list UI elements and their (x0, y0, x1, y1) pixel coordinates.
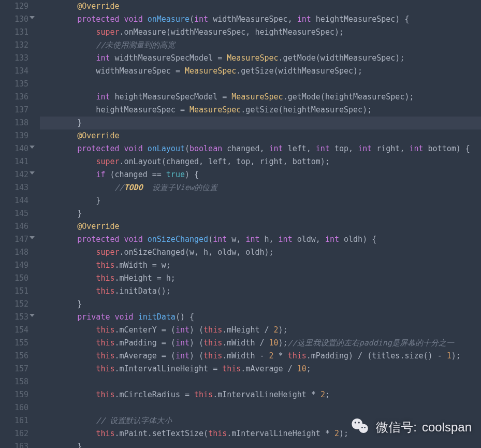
code-line[interactable]: if (changed == true) { (40, 168, 481, 181)
code-line[interactable]: protected void onMeasure(int widthMeasur… (40, 13, 481, 26)
line-number[interactable]: 142 (0, 168, 28, 181)
code-line[interactable]: super.onMeasure(widthMeasureSpec, height… (40, 26, 481, 39)
line-number[interactable]: 160 (0, 401, 28, 414)
line-number[interactable]: 147 (0, 233, 28, 246)
code-line[interactable]: this.mAverage = (int) (this.mWidth - 2 *… (40, 350, 481, 363)
code-line[interactable]: this.mPadding = (int) (this.mWidth / 10)… (40, 337, 481, 350)
line-number[interactable]: 159 (0, 388, 28, 401)
token-pn: .mIntervalLineHeight * (227, 429, 334, 438)
token-pn: (changed == (105, 170, 166, 179)
code-line[interactable]: } (40, 194, 481, 207)
token-pn (134, 312, 138, 322)
line-number[interactable]: 145 (0, 207, 28, 220)
code-line[interactable]: protected void onLayout(boolean changed,… (40, 142, 481, 155)
token-kw: void (124, 235, 143, 244)
line-number[interactable]: 155 (0, 337, 28, 350)
token-pn: .onLayout(changed, left, top, right, bot… (120, 157, 330, 166)
line-number[interactable]: 129 (0, 0, 28, 13)
line-number[interactable]: 150 (0, 272, 28, 285)
code-line[interactable]: this.mWidth = w; (40, 259, 481, 272)
svg-point-1 (359, 424, 369, 433)
line-number[interactable]: 132 (0, 39, 28, 52)
line-number[interactable]: 131 (0, 26, 28, 39)
code-line[interactable] (40, 78, 481, 91)
fold-icon[interactable] (30, 314, 35, 317)
line-number-gutter[interactable]: 1291301311321331341351361371381391401411… (0, 0, 31, 448)
fold-icon[interactable] (30, 146, 35, 149)
token-pn: h, (259, 235, 278, 244)
token-sup: super (96, 157, 119, 166)
code-line[interactable]: heightMeasureSpec = MeasureSpec.getSize(… (40, 104, 481, 117)
line-number[interactable]: 143 (0, 181, 28, 194)
line-number[interactable]: 140 (0, 142, 28, 155)
code-line[interactable]: private void initData() { (40, 311, 481, 324)
fold-icon[interactable] (30, 171, 35, 175)
code-line[interactable]: this.mCenterY = (int) (this.mHeight / 2)… (40, 324, 481, 337)
token-pn: .mIntervalLineHeight * (213, 390, 320, 399)
code-line[interactable] (40, 375, 481, 388)
code-line[interactable]: @Override (40, 220, 481, 233)
code-line[interactable]: } (40, 298, 481, 311)
code-line[interactable]: @Override (40, 129, 481, 142)
code-line[interactable]: } (40, 117, 481, 129)
fold-icon[interactable] (30, 236, 35, 239)
line-number[interactable]: 154 (0, 324, 28, 337)
line-number[interactable]: 139 (0, 129, 28, 142)
token-pn: left, (283, 144, 316, 153)
code-line[interactable]: super.onSizeChanged(w, h, oldw, oldh); (40, 246, 481, 259)
line-number[interactable]: 137 (0, 104, 28, 117)
line-number[interactable]: 146 (0, 220, 28, 233)
token-lit: true (166, 170, 185, 179)
code-line[interactable]: @Override (40, 0, 481, 13)
line-number[interactable]: 163 (0, 440, 28, 448)
line-number[interactable]: 157 (0, 363, 28, 375)
wechat-icon (349, 415, 371, 439)
token-todo: TODO (124, 183, 143, 192)
line-number[interactable]: 144 (0, 194, 28, 207)
code-line[interactable]: protected void onSizeChanged(int w, int … (40, 233, 481, 246)
line-number[interactable]: 153 (0, 311, 28, 324)
token-pn: widthMeasureSpec = (40, 66, 185, 76)
line-number[interactable]: 152 (0, 298, 28, 311)
line-number[interactable]: 130 (0, 13, 28, 26)
token-pn (120, 235, 124, 244)
code-area[interactable]: @Override protected void onMeasure(int w… (31, 0, 481, 448)
token-kw2: MeasureSpec (231, 92, 283, 102)
line-number[interactable]: 149 (0, 259, 28, 272)
line-number[interactable]: 135 (0, 78, 28, 91)
code-line[interactable]: //未使用测量到的高宽 (40, 39, 481, 52)
line-number[interactable]: 162 (0, 427, 28, 440)
code-line[interactable]: this.initData(); (40, 285, 481, 298)
code-line[interactable]: } (40, 207, 481, 220)
token-kw2: MeasureSpec (185, 66, 236, 76)
fold-icon[interactable] (30, 16, 35, 19)
line-number[interactable]: 148 (0, 246, 28, 259)
code-line[interactable]: super.onLayout(changed, left, top, right… (40, 155, 481, 168)
token-pn (40, 325, 96, 335)
line-number[interactable]: 161 (0, 414, 28, 427)
code-line[interactable]: int widthMeasureSpecModel = MeasureSpec.… (40, 52, 481, 65)
code-line[interactable]: int heightMeasureSpecModel = MeasureSpec… (40, 91, 481, 104)
line-number[interactable]: 136 (0, 91, 28, 104)
line-number[interactable]: 141 (0, 155, 28, 168)
line-number[interactable]: 138 (0, 117, 28, 129)
token-sup: this (96, 338, 114, 348)
token-pn: .getMode(heightMeasureSpec); (283, 92, 414, 102)
line-number[interactable]: 133 (0, 52, 28, 65)
token-sup: super (96, 27, 119, 37)
line-number[interactable]: 151 (0, 285, 28, 298)
code-line[interactable]: //TODO 设置子View的位置 (40, 181, 481, 194)
line-number[interactable]: 134 (0, 65, 28, 78)
line-number[interactable]: 156 (0, 350, 28, 363)
token-pn (120, 144, 124, 153)
code-line[interactable]: this.mHeight = h; (40, 272, 481, 285)
code-line[interactable]: this.mIntervalLineHeight = this.mAverage… (40, 363, 481, 375)
code-line[interactable] (40, 401, 481, 414)
token-pn: .onSizeChanged(w, h, oldw, oldh); (120, 248, 274, 257)
code-line[interactable]: widthMeasureSpec = MeasureSpec.getSize(w… (40, 65, 481, 78)
token-pn: .mHeight / (222, 325, 273, 335)
code-line[interactable]: this.mCircleRadius = this.mIntervalLineH… (40, 388, 481, 401)
code-line[interactable]: } (40, 440, 481, 448)
token-pn: ; (307, 364, 311, 373)
line-number[interactable]: 158 (0, 375, 28, 388)
